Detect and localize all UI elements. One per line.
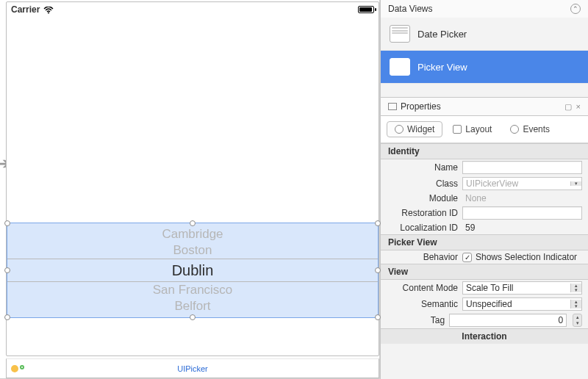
picker-item-selected: Dublin [7, 259, 378, 282]
picker-item: Boston [7, 242, 378, 259]
contentmode-value: Scale To Fill [463, 283, 570, 293]
shows-selection-checkbox[interactable]: ✓ [462, 253, 472, 262]
dropdown-icon[interactable]: ▴▾ [570, 300, 581, 308]
status-bar: Carrier [7, 2, 379, 17]
inspector-panel: Data Views ⌃ Date Picker Picker View Pro… [380, 0, 588, 379]
carrier-label: Carrier [11, 4, 40, 15]
name-field[interactable] [462, 161, 582, 174]
properties-icon [388, 103, 397, 110]
tag-field[interactable] [449, 314, 567, 327]
resize-handle[interactable] [375, 220, 381, 226]
tag-stepper[interactable]: ▴▾ [573, 314, 582, 327]
behavior-label: Behavior [381, 252, 458, 262]
wifi-icon [43, 6, 54, 13]
dropdown-icon[interactable]: ▾ [570, 181, 581, 186]
shows-selection-label: Shows Selection Indicator [476, 252, 577, 262]
resize-handle[interactable] [190, 314, 196, 320]
widget-tab-icon [395, 125, 404, 134]
tab-layout[interactable]: Layout [445, 121, 500, 137]
battery-icon [358, 6, 374, 13]
properties-header: Properties ▢ × [381, 98, 588, 116]
first-responder-icon[interactable] [11, 365, 18, 372]
picker-wheel[interactable]: Cambridge Boston Dublin San Francisco Be… [7, 228, 378, 313]
design-canvas[interactable]: ➔ Carrier [0, 0, 380, 379]
resize-handle[interactable] [190, 220, 196, 226]
semantic-label: Semantic [381, 299, 458, 309]
layout-tab-icon [453, 125, 462, 134]
semantic-value: Unspecified [463, 299, 570, 309]
dataviews-header[interactable]: Data Views ⌃ [381, 0, 588, 18]
events-tab-icon [510, 125, 519, 134]
class-combo[interactable]: UIPickerView▾ [462, 177, 582, 190]
class-value: UIPickerView [463, 178, 570, 189]
group-identity: Identity [381, 143, 588, 159]
collapse-icon[interactable]: ⌃ [570, 4, 581, 14]
group-view: View [381, 264, 588, 280]
popout-icon[interactable]: ▢ [564, 102, 572, 112]
semantic-select[interactable]: Unspecified▴▾ [462, 297, 582, 311]
picker-item: Cambridge [7, 226, 378, 242]
module-value: None [462, 193, 582, 203]
close-icon[interactable]: × [576, 102, 581, 112]
class-label: Class [381, 178, 458, 189]
picker-item: Belfort [7, 298, 378, 314]
restoration-label: Restoration ID [381, 208, 458, 218]
tag-label: Tag [381, 315, 445, 325]
contentmode-select[interactable]: Scale To Fill▴▾ [462, 281, 582, 295]
module-label: Module [381, 193, 458, 203]
tab-label: Layout [465, 124, 492, 134]
picker-item: San Francisco [7, 282, 378, 298]
scene-title: UIPicker [177, 364, 208, 373]
properties-title: Properties [401, 101, 441, 112]
tab-label: Events [523, 124, 550, 134]
tab-widget[interactable]: Widget [387, 121, 442, 137]
pickerview-icon [390, 58, 410, 76]
dataviews-title: Data Views [388, 4, 432, 14]
name-label: Name [381, 162, 458, 173]
library-item-datepicker[interactable]: Date Picker [381, 18, 588, 51]
library-item-pickerview[interactable]: Picker View [381, 51, 588, 84]
device-frame: Carrier Cambridge Boston [6, 1, 379, 356]
localization-label: Localization ID [381, 223, 458, 233]
uipickerview-selection[interactable]: Cambridge Boston Dublin San Francisco Be… [7, 223, 379, 318]
datepicker-icon [390, 25, 410, 43]
resize-handle[interactable] [4, 314, 10, 320]
resize-handle[interactable] [4, 220, 10, 226]
resize-handle[interactable] [375, 314, 381, 320]
svg-point-0 [48, 12, 49, 14]
localization-value: 59 [462, 223, 582, 233]
group-pickerview: Picker View [381, 234, 588, 250]
tab-events[interactable]: Events [502, 121, 558, 137]
scene-dock[interactable]: UIPicker [6, 358, 379, 378]
library-item-label: Picker View [417, 62, 467, 73]
contentmode-label: Content Mode [381, 283, 458, 293]
dropdown-icon[interactable]: ▴▾ [570, 284, 581, 292]
tab-label: Widget [407, 124, 434, 134]
library-item-label: Date Picker [417, 29, 467, 40]
exit-icon[interactable] [20, 365, 24, 369]
group-interaction: Interaction [381, 328, 588, 344]
restoration-field[interactable] [462, 206, 582, 220]
